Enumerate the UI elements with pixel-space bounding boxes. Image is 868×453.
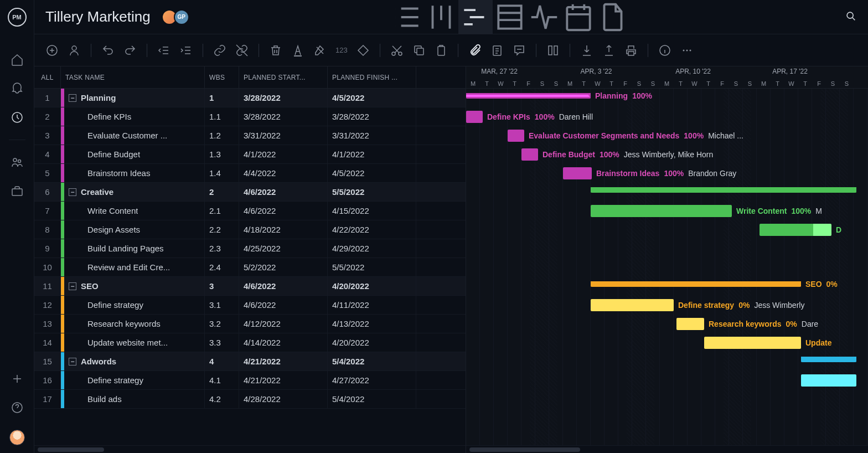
svg-point-20	[689, 49, 691, 51]
home-icon[interactable]	[11, 53, 24, 66]
info-icon[interactable]	[658, 44, 671, 57]
undo-icon[interactable]	[101, 44, 115, 57]
attach-icon[interactable]	[468, 44, 482, 57]
gantt-bar[interactable]: D	[760, 224, 831, 236]
import-icon[interactable]	[580, 44, 593, 57]
cut-icon[interactable]	[390, 44, 404, 57]
gantt-bar[interactable]: Update	[704, 337, 801, 349]
gantt-bar[interactable]	[801, 357, 856, 362]
bell-icon[interactable]	[11, 82, 24, 95]
text-color-icon[interactable]	[291, 44, 304, 57]
notes-icon[interactable]	[490, 44, 504, 57]
gantt-bar[interactable]: Planning100%	[466, 93, 591, 99]
gantt-bar[interactable]: Brainstorm Ideas100%Brandon Gray	[563, 167, 592, 179]
view-calendar-icon[interactable]	[561, 0, 596, 34]
timeline-day-label: F	[618, 80, 632, 87]
gantt-body[interactable]: Planning100%Define KPIs100%Daren HillEva…	[466, 89, 868, 445]
svg-point-11	[399, 52, 402, 55]
app-logo[interactable]: PM	[8, 8, 27, 27]
plus-icon[interactable]	[11, 372, 24, 385]
redo-icon[interactable]	[123, 44, 137, 57]
view-doc-icon[interactable]	[596, 0, 630, 34]
search-icon[interactable]	[845, 10, 857, 24]
table-row[interactable]: 7 Write Content 2.1 4/6/2022 4/15/2022	[34, 202, 466, 220]
collapse-icon[interactable]: −	[69, 94, 76, 102]
gantt-scrollbar[interactable]	[466, 445, 868, 453]
indent-icon[interactable]	[179, 44, 193, 57]
view-activity-icon[interactable]	[527, 0, 561, 34]
help-icon[interactable]	[11, 401, 24, 414]
clear-format-icon[interactable]	[313, 44, 327, 57]
view-gantt-icon[interactable]	[458, 0, 493, 34]
gantt-bar[interactable]	[591, 187, 856, 193]
gantt-bar[interactable]: SEO0%	[591, 281, 801, 287]
gantt-bar-label: Define Budget100%Jess Wimberly, Mike Hor…	[542, 150, 713, 159]
timeline-day-label: S	[549, 80, 563, 87]
export-icon[interactable]	[602, 44, 616, 57]
unlink-icon[interactable]	[235, 44, 249, 57]
add-task-icon[interactable]	[45, 44, 59, 57]
gantt-bar[interactable]: Define KPIs100%Daren Hill	[466, 111, 483, 123]
table-row[interactable]: 1 − Planning 1 3/28/2022 4/5/2022	[34, 89, 466, 107]
table-row[interactable]: 15 − Adwords 4 4/21/2022 5/4/2022	[34, 352, 466, 371]
table-row[interactable]: 9 Build Landing Pages 2.3 4/25/2022 4/29…	[34, 239, 466, 258]
view-board-icon[interactable]	[424, 0, 458, 34]
clock-icon[interactable]	[11, 111, 24, 124]
gantt-bar[interactable]: Define strategy0%Jess Wimberly	[591, 299, 674, 311]
column-all[interactable]: ALL	[34, 66, 61, 88]
table-row[interactable]: 2 Define KPIs 1.1 3/28/2022 3/28/2022	[34, 107, 466, 126]
table-row[interactable]: 14 Update website met... 3.3 4/14/2022 4…	[34, 333, 466, 352]
gantt-bar-label: Write Content100%M	[736, 207, 822, 215]
svg-rect-16	[554, 46, 557, 55]
columns-icon[interactable]	[546, 44, 560, 57]
timeline-day-label: W	[784, 80, 798, 87]
timeline-day-label: T	[674, 80, 688, 87]
view-sheet-icon[interactable]	[493, 0, 527, 34]
outdent-icon[interactable]	[157, 44, 170, 57]
people-icon[interactable]	[11, 156, 24, 169]
gantt-bar[interactable]: Research keywords0%Dare	[676, 318, 704, 330]
comment-icon[interactable]	[513, 44, 526, 57]
more-icon[interactable]	[680, 44, 694, 57]
paste-icon[interactable]	[435, 44, 448, 57]
timeline-day-label: W	[591, 80, 604, 87]
table-row[interactable]: 6 − Creative 2 4/6/2022 5/5/2022	[34, 183, 466, 202]
table-row[interactable]: 17 Build ads 4.2 4/28/2022 5/4/2022	[34, 390, 466, 409]
column-wbs[interactable]: WBS	[205, 66, 239, 88]
collapse-icon[interactable]: −	[69, 282, 76, 290]
svg-point-2	[18, 160, 20, 163]
assignee-avatars[interactable]: GP	[162, 9, 186, 25]
delete-icon[interactable]	[269, 44, 282, 57]
svg-rect-12	[417, 48, 423, 55]
column-finish[interactable]: PLANNED FINISH ...	[328, 66, 416, 88]
gantt-bar[interactable]	[801, 374, 856, 387]
grid-scrollbar[interactable]	[34, 445, 466, 453]
table-row[interactable]: 4 Define Budget 1.3 4/1/2022 4/1/2022	[34, 145, 466, 164]
view-list-icon[interactable]	[390, 0, 424, 34]
collapse-icon[interactable]: −	[69, 358, 76, 366]
table-row[interactable]: 13 Research keywords 3.2 4/12/2022 4/13/…	[34, 315, 466, 333]
column-start[interactable]: PLANNED START...	[239, 66, 328, 88]
collapse-icon[interactable]: −	[69, 188, 76, 196]
table-row[interactable]: 8 Design Assets 2.2 4/18/2022 4/22/2022	[34, 220, 466, 239]
gantt-bar-label: SEO0%	[805, 280, 838, 289]
table-row[interactable]: 3 Evaluate Customer ... 1.2 3/31/2022 3/…	[34, 126, 466, 145]
table-row[interactable]: 16 Define strategy 4.1 4/21/2022 4/27/20…	[34, 371, 466, 390]
table-row[interactable]: 11 − SEO 3 4/6/2022 4/20/2022	[34, 277, 466, 296]
column-name[interactable]: TASK NAME	[61, 66, 205, 88]
print-icon[interactable]	[624, 44, 638, 57]
copy-icon[interactable]	[412, 44, 426, 57]
table-row[interactable]: 5 Brainstorm Ideas 1.4 4/4/2022 4/5/2022	[34, 164, 466, 183]
assign-icon[interactable]	[68, 44, 81, 57]
gantt-bar[interactable]: Write Content100%M	[591, 205, 732, 217]
milestone-icon[interactable]	[356, 44, 370, 57]
table-row[interactable]: 10 Review and Edit Cre... 2.4 5/2/2022 5…	[34, 258, 466, 277]
gantt-bar-label: Update	[805, 338, 831, 347]
link-icon[interactable]	[213, 44, 226, 57]
table-row[interactable]: 12 Define strategy 3.1 4/6/2022 4/11/202…	[34, 296, 466, 315]
user-avatar[interactable]	[9, 430, 25, 445]
gantt-bar[interactable]: Define Budget100%Jess Wimberly, Mike Hor…	[521, 148, 538, 161]
briefcase-icon[interactable]	[11, 184, 24, 198]
timeline-day-label: F	[715, 80, 729, 87]
gantt-bar[interactable]: Evaluate Customer Segments and Needs100%…	[508, 130, 524, 142]
